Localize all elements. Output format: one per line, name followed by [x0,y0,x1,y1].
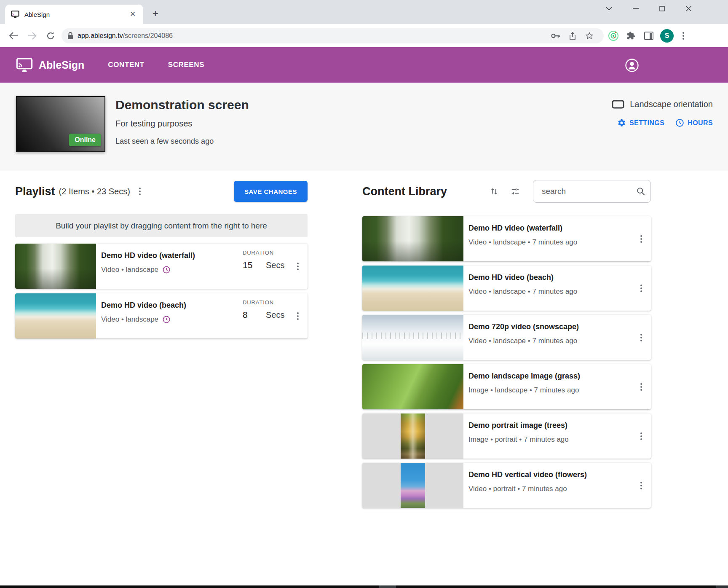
ablesign-favicon [11,11,19,18]
library-item-title: Demo HD video (waterfall) [468,224,632,233]
browser-profile-avatar[interactable]: S [660,29,674,43]
app-header: AbleSign CONTENT SCREENS [0,47,728,83]
window-maximize-icon[interactable] [649,0,675,17]
playlist-item-meta: Video • landscape [101,315,158,324]
ablesign-logo[interactable]: AbleSign [16,57,84,72]
library-item-kebab-icon[interactable] [632,413,651,459]
library-item-meta: Image • portrait • 7 minutes ago [468,435,569,444]
gear-icon [617,118,626,127]
side-panel-icon[interactable] [641,28,657,43]
schedule-clock-icon[interactable] [163,316,170,323]
beach-thumbnail [362,266,463,311]
clock-icon [675,118,684,127]
taskbar-edge [0,585,728,588]
nav-screens[interactable]: SCREENS [168,61,204,69]
search-input[interactable] [542,187,636,196]
bookmark-star-icon[interactable] [581,30,598,42]
screen-title: Demonstration screen [115,98,249,112]
duration-input[interactable]: 15 [243,260,266,270]
library-item-meta: Image • landscape • 7 minutes ago [468,386,579,395]
library-search [533,180,651,203]
nav-content[interactable]: CONTENT [108,61,144,69]
screen-preview-thumbnail[interactable]: Online [16,96,105,152]
duration-label: DURATION [243,299,288,306]
playlist-item[interactable]: Demo HD video (beach) Video • landscape … [15,293,308,338]
settings-button[interactable]: SETTINGS [617,118,664,127]
library-item-meta: Video • landscape • 7 minutes ago [468,287,577,296]
url-bar[interactable]: app.ablesign.tv/screens/204086 [62,28,604,43]
duration-unit: Secs [266,260,284,270]
beach-thumbnail [15,293,96,338]
reload-icon[interactable] [41,27,60,45]
duration-input[interactable]: 8 [243,310,266,320]
library-item[interactable]: Demo landscape image (grass) Image • lan… [362,364,651,409]
library-item-kebab-icon[interactable] [632,364,651,409]
account-person-icon [625,58,639,72]
library-item[interactable]: Demo HD video (waterfall) Video • landsc… [362,216,651,261]
orientation-label: Landscape orientation [630,99,713,109]
brand-name: AbleSign [39,59,84,71]
status-badge: Online [69,134,101,146]
back-icon[interactable] [4,27,23,45]
extensions-puzzle-icon[interactable] [623,28,639,43]
playlist-item-kebab-icon[interactable] [288,244,308,289]
library-item-title: Demo HD vertical video (flowers) [468,470,632,479]
duration-label: DURATION [243,250,288,256]
library-item-kebab-icon[interactable] [632,315,651,360]
playlist-heading: Playlist [15,185,55,198]
sort-icon[interactable] [486,183,503,200]
trees-portrait-image [401,413,425,459]
password-key-icon[interactable] [547,30,564,42]
library-item-title: Demo 720p video (snowscape) [468,322,632,331]
library-item[interactable]: Demo portrait image (trees) Image • port… [362,413,651,459]
filter-tune-icon[interactable] [507,183,524,200]
schedule-clock-icon[interactable] [163,266,170,274]
library-item[interactable]: Demo 720p video (snowscape) Video • land… [362,315,651,360]
library-item-kebab-icon[interactable] [632,266,651,311]
library-item-kebab-icon[interactable] [632,463,651,508]
account-button[interactable] [625,58,639,74]
playlist-drop-hint: Build your playlist by dragging content … [15,214,308,237]
waterfall-thumbnail [15,244,96,289]
landscape-orientation-icon [612,100,624,109]
library-item-title: Demo landscape image (grass) [468,372,632,381]
library-item-title: Demo HD video (beach) [468,273,632,282]
playlist-item-title: Demo HD video (beach) [101,301,243,310]
playlist-item-kebab-icon[interactable] [288,293,308,338]
browser-tab[interactable]: AbleSign ✕ [5,5,143,24]
settings-label: SETTINGS [629,119,664,127]
window-menu-chevron-icon[interactable] [596,0,622,17]
playlist-item[interactable]: Demo HD video (waterfall) Video • landsc… [15,244,308,289]
playlist-summary: (2 Items • 23 Secs) [59,187,130,196]
library-item-meta: Video • portrait • 7 minutes ago [468,485,567,493]
playlist-item-title: Demo HD video (waterfall) [101,251,243,260]
share-icon[interactable] [564,30,581,42]
screen-description: For testing purposes [115,119,249,129]
library-item[interactable]: Demo HD vertical video (flowers) Video •… [362,463,651,508]
tab-title: AbleSign [24,11,128,18]
save-changes-button[interactable]: SAVE CHANGES [234,181,308,202]
window-minimize-icon[interactable] [622,0,649,17]
playlist-menu-kebab-icon[interactable] [134,184,146,199]
url-domain: app.ablesign.tv [78,32,123,39]
content-library-panel: Content Library Demo HD video (waterfall… [362,179,651,585]
hours-label: HOURS [688,119,713,127]
hours-button[interactable]: HOURS [675,118,713,127]
window-close-icon[interactable] [675,0,702,17]
duration-unit: Secs [266,310,284,320]
new-tab-button[interactable]: + [149,8,162,20]
browser-toolbar: app.ablesign.tv/screens/204086 S [0,24,728,47]
playlist-panel: Playlist (2 Items • 23 Secs) SAVE CHANGE… [15,179,308,585]
grass-thumbnail [362,364,463,409]
library-item[interactable]: Demo HD video (beach) Video • landscape … [362,266,651,311]
lock-icon [67,32,73,40]
forward-icon[interactable] [23,27,41,45]
library-item-kebab-icon[interactable] [632,216,651,261]
tab-close-icon[interactable]: ✕ [128,10,137,19]
search-icon[interactable] [636,187,645,196]
cast-screen-icon [16,57,33,72]
browser-menu-kebab-icon[interactable] [675,28,691,43]
extension-app-icon[interactable] [605,28,621,43]
waterfall-thumbnail [362,216,463,261]
flowers-portrait-image [401,463,425,508]
